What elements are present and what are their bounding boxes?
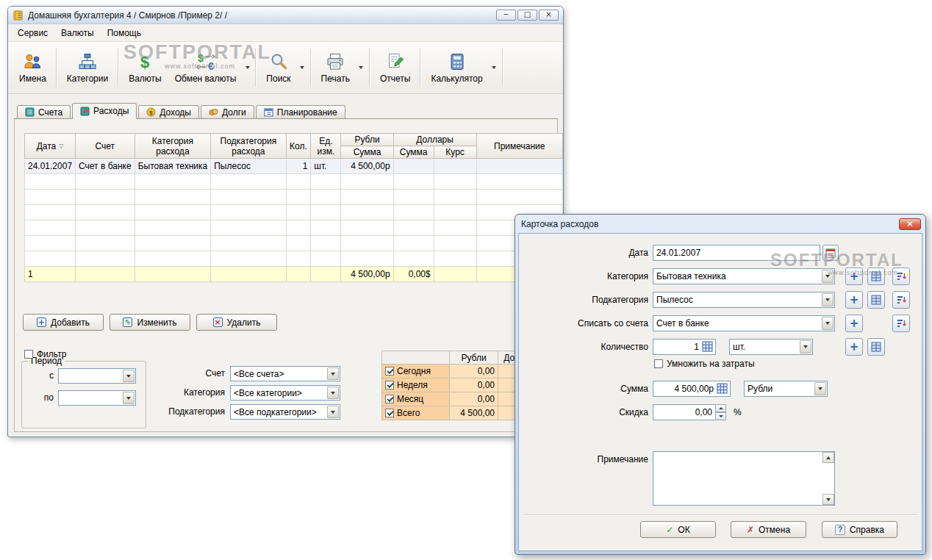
combo-arrow-icon[interactable] <box>822 293 834 306</box>
note-scrollbar[interactable] <box>822 452 834 505</box>
main-titlebar[interactable]: Домашняя бухгалтерия 4 / Смирнов /Пример… <box>8 7 563 24</box>
today-checkbox[interactable] <box>385 367 394 376</box>
subcategory-combo[interactable]: Пылесос <box>653 292 835 308</box>
multiply-checkbox-row[interactable]: Умножить на затраты <box>654 359 755 369</box>
cell-usd-sum[interactable] <box>393 159 434 174</box>
column-header-category[interactable]: Категория расхода <box>135 134 211 159</box>
cell-note[interactable] <box>476 159 562 174</box>
subcategory-list-button[interactable] <box>867 291 885 309</box>
tab-income[interactable]: $ Доходы <box>138 105 199 119</box>
account-combo[interactable]: Счет в банке <box>653 315 835 331</box>
spinner-up-icon[interactable] <box>715 404 726 412</box>
column-header-note[interactable]: Примечание <box>476 134 562 159</box>
tab-planning[interactable]: Планирование <box>256 105 345 119</box>
category-combo[interactable]: Бытовая техника <box>653 268 835 284</box>
column-header-rub-sum[interactable]: Сумма <box>341 146 393 159</box>
toolbar-button-categories[interactable]: Категории <box>60 49 115 87</box>
toolbar-button-print[interactable]: Печать <box>315 49 356 87</box>
unit-add-button[interactable]: + <box>845 338 863 356</box>
combo-arrow-icon[interactable] <box>800 340 811 353</box>
combo-arrow-icon[interactable] <box>327 406 339 418</box>
filter-checkbox[interactable] <box>24 350 33 359</box>
account-add-button[interactable]: + <box>845 315 863 332</box>
period-from-combo[interactable] <box>58 368 136 384</box>
close-button[interactable]: × <box>539 10 559 21</box>
toolbar-button-currencies[interactable]: $ Валюты <box>122 49 168 87</box>
combo-arrow-icon[interactable] <box>123 392 135 404</box>
menu-service[interactable]: Сервис <box>11 26 54 40</box>
table-row[interactable]: 24.01.2007 Счет в банке Бытовая техника … <box>25 159 563 174</box>
column-header-usd[interactable]: Доллары <box>393 134 476 146</box>
scroll-up-icon[interactable] <box>822 452 834 463</box>
column-header-qty[interactable]: Кол. <box>286 134 311 159</box>
cell-usd-rate[interactable] <box>434 159 476 174</box>
toolbar-button-reports[interactable]: Отчеты <box>373 49 417 87</box>
column-header-rub[interactable]: Рубли <box>341 134 393 146</box>
minimize-button[interactable]: − <box>496 10 516 21</box>
ok-button[interactable]: ✓ ОК <box>640 521 716 538</box>
account-sort-button[interactable] <box>892 315 910 332</box>
column-header-date[interactable]: Дата▽ <box>25 134 76 159</box>
cell-unit[interactable]: шт. <box>311 159 341 174</box>
help-button[interactable]: ? Справка <box>822 521 897 538</box>
print-dropdown-arrow[interactable] <box>356 47 366 88</box>
combo-arrow-icon[interactable] <box>822 270 834 283</box>
currency-combo[interactable]: Рубли <box>744 381 828 397</box>
column-header-account[interactable]: Счет <box>76 134 135 159</box>
cell-date[interactable]: 24.01.2007 <box>25 159 76 174</box>
toolbar-button-calculator[interactable]: Калькулятор <box>424 49 489 87</box>
unit-list-button[interactable] <box>867 338 885 356</box>
cell-rub-sum[interactable]: 4 500,00р <box>341 159 393 174</box>
week-checkbox[interactable] <box>385 381 394 390</box>
edit-button[interactable]: ✎ Изменить <box>110 314 190 331</box>
menu-currencies[interactable]: Валюты <box>54 26 101 40</box>
exchange-dropdown-arrow[interactable] <box>243 47 252 88</box>
combo-arrow-icon[interactable] <box>814 382 826 395</box>
multiply-checkbox[interactable] <box>654 359 663 368</box>
filter-account-combo[interactable]: <Все счета> <box>230 366 340 381</box>
subcategory-sort-button[interactable] <box>892 291 910 309</box>
scroll-down-icon[interactable] <box>822 494 834 505</box>
column-header-usd-rate[interactable]: Курс <box>434 146 476 159</box>
unit-combo[interactable]: шт. <box>729 339 813 355</box>
combo-arrow-icon[interactable] <box>123 370 135 382</box>
column-header-usd-sum[interactable]: Сумма <box>393 146 434 159</box>
tab-expenses[interactable]: Расходы <box>72 103 137 119</box>
cancel-button[interactable]: ✗ Отмена <box>731 521 806 538</box>
date-input[interactable] <box>653 245 820 261</box>
toolbar-button-exchange[interactable]: $€ Обмен валюты <box>168 49 243 87</box>
tab-accounts[interactable]: Счета <box>17 105 71 119</box>
category-sort-button[interactable] <box>892 268 910 285</box>
dialog-close-button[interactable]: × <box>899 218 921 230</box>
filter-category-combo[interactable]: <Все категории> <box>230 385 340 401</box>
category-list-button[interactable] <box>867 268 885 285</box>
discount-spinner[interactable] <box>715 404 726 420</box>
tab-debts[interactable]: Долги <box>201 105 254 119</box>
search-dropdown-arrow[interactable] <box>298 47 307 88</box>
dialog-titlebar[interactable]: Карточка расходов × <box>518 216 922 232</box>
category-add-button[interactable]: + <box>845 268 863 285</box>
quantity-calc-button[interactable] <box>702 341 713 352</box>
filter-checkbox-row[interactable]: Фильтр <box>24 349 66 359</box>
spinner-down-icon[interactable] <box>715 412 726 420</box>
toolbar-button-search[interactable]: Поиск <box>259 49 297 87</box>
combo-arrow-icon[interactable] <box>822 317 834 330</box>
combo-arrow-icon[interactable] <box>327 367 339 380</box>
cell-qty[interactable]: 1 <box>286 159 311 174</box>
column-header-unit[interactable]: Ед. изм. <box>311 134 341 159</box>
calendar-button[interactable] <box>822 245 839 261</box>
cell-account[interactable]: Счет в банке <box>76 159 135 174</box>
filter-subcategory-combo[interactable]: <Все подкатегории> <box>230 404 340 420</box>
cell-subcategory[interactable]: Пылесос <box>211 159 286 174</box>
add-button[interactable]: + Добавить <box>23 314 104 331</box>
subcategory-add-button[interactable]: + <box>845 291 863 309</box>
total-checkbox[interactable] <box>385 409 394 417</box>
month-checkbox[interactable] <box>385 395 394 403</box>
sum-calc-button[interactable] <box>717 383 728 394</box>
cell-category[interactable]: Бытовая техника <box>135 159 211 174</box>
menu-help[interactable]: Помощь <box>101 26 148 40</box>
calculator-dropdown-arrow[interactable] <box>490 47 499 88</box>
maximize-button[interactable]: □ <box>517 10 537 21</box>
delete-button[interactable]: × Удалить <box>196 314 277 331</box>
combo-arrow-icon[interactable] <box>327 387 339 399</box>
